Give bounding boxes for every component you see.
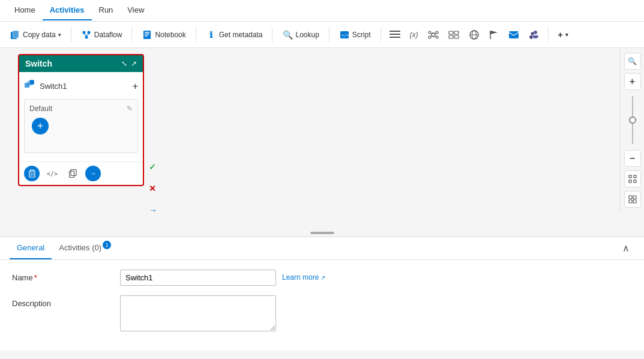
- divider-bar: [310, 232, 334, 234]
- nav-item-view[interactable]: View: [120, 1, 151, 20]
- x-indicator: ✕: [149, 184, 157, 193]
- switch-add-button[interactable]: +: [133, 81, 138, 92]
- nav-item-run[interactable]: Run: [92, 1, 121, 20]
- svg-rect-8: [145, 32, 149, 33]
- name-row: Name* Learn more ↗: [12, 270, 632, 286]
- svg-point-4: [85, 35, 88, 38]
- tab-activities-badge: 1: [103, 241, 111, 249]
- globe-icon-button[interactable]: [465, 27, 483, 43]
- collapse-panel-button[interactable]: ∧: [618, 240, 634, 256]
- outlook-icon-button[interactable]: [505, 27, 523, 43]
- lines-icon-button[interactable]: [386, 28, 404, 41]
- copy-button[interactable]: [65, 166, 80, 181]
- get-metadata-label: Get metadata: [219, 31, 263, 39]
- svg-rect-46: [633, 200, 636, 203]
- script-icon: </>: [339, 29, 350, 40]
- svg-point-20: [436, 36, 438, 38]
- svg-rect-45: [629, 200, 632, 203]
- svg-rect-14: [390, 34, 400, 35]
- svg-rect-23: [449, 35, 453, 38]
- svg-line-5: [84, 34, 86, 35]
- learn-more-link[interactable]: Learn more ↗: [282, 270, 325, 282]
- svg-point-18: [436, 31, 438, 34]
- resize-divider[interactable]: [0, 229, 644, 237]
- svg-point-2: [82, 31, 85, 34]
- toolbar-sep-7: [548, 28, 549, 42]
- tab-activities-label: Activities (0): [59, 243, 101, 252]
- svg-rect-9: [145, 34, 149, 35]
- side-controls: 🔍 + −: [620, 48, 644, 213]
- switch-expand-icon[interactable]: ↗: [131, 59, 137, 68]
- canvas-more-button[interactable]: [624, 191, 641, 208]
- plus-icon: +: [558, 30, 563, 40]
- expression-icon-button[interactable]: (x): [406, 28, 422, 41]
- variables-icon-button[interactable]: [424, 28, 442, 42]
- form-content: Name* Learn more ↗ Description: [0, 260, 644, 351]
- teams-icon-button[interactable]: [525, 27, 543, 43]
- switch-row-label: Switch1: [40, 82, 67, 91]
- switch-minimize-icon[interactable]: ⤡: [121, 59, 127, 68]
- canvas-fit-button[interactable]: [624, 170, 641, 187]
- case-label-text: Default: [29, 104, 52, 113]
- script-button[interactable]: </> Script: [334, 27, 376, 43]
- zoom-slider-thumb[interactable]: [629, 116, 636, 124]
- svg-line-6: [86, 34, 89, 35]
- params-icon-button[interactable]: [445, 28, 463, 41]
- tab-general[interactable]: General: [10, 237, 52, 259]
- lookup-button[interactable]: 🔍 Lookup: [277, 27, 324, 43]
- dataflow-icon: [81, 29, 92, 40]
- notebook-button[interactable]: Notebook: [137, 27, 190, 43]
- required-star: *: [34, 273, 37, 282]
- switch-title: Switch: [25, 59, 52, 68]
- switch-footer: </> →: [19, 161, 143, 185]
- nav-item-activities[interactable]: Activities: [43, 1, 92, 20]
- switch-card-header: Switch ⤡ ↗: [19, 55, 143, 72]
- more-button[interactable]: + ▾: [553, 28, 573, 42]
- get-metadata-button[interactable]: ℹ Get metadata: [201, 27, 268, 43]
- svg-rect-13: [390, 31, 400, 32]
- canvas-area: Switch ⤡ ↗ Switch1 +: [0, 48, 644, 229]
- code-button[interactable]: </>: [44, 166, 60, 181]
- canvas-zoom-out-button[interactable]: −: [624, 150, 641, 167]
- go-button[interactable]: →: [85, 166, 101, 181]
- toolbar-sep-4: [272, 28, 272, 42]
- canvas-search-button[interactable]: 🔍: [624, 53, 641, 70]
- svg-rect-43: [629, 196, 632, 199]
- lookup-label: Lookup: [295, 31, 319, 39]
- zoom-slider[interactable]: [632, 96, 633, 144]
- nav-item-home[interactable]: Home: [7, 1, 43, 20]
- copy-data-label: Copy data: [23, 31, 56, 39]
- flag-icon-button[interactable]: [486, 27, 502, 43]
- tab-activities[interactable]: Activities (0) 1: [52, 237, 109, 259]
- svg-rect-41: [629, 180, 631, 183]
- toolbar: Copy data ▾ Dataflow Notebook ℹ Get meta…: [0, 22, 644, 48]
- toolbar-sep-6: [381, 28, 381, 42]
- svg-rect-39: [629, 175, 631, 178]
- dataflow-button[interactable]: Dataflow: [76, 27, 127, 43]
- switch-header-icons: ⤡ ↗: [121, 59, 137, 68]
- copy-data-button[interactable]: Copy data ▾: [5, 27, 66, 43]
- delete-button[interactable]: [24, 166, 40, 181]
- svg-rect-38: [71, 170, 76, 176]
- svg-point-19: [429, 36, 431, 38]
- add-case-button[interactable]: +: [32, 118, 49, 134]
- svg-point-17: [429, 31, 431, 34]
- switch-card: Switch ⤡ ↗ Switch1 +: [18, 54, 144, 186]
- canvas-zoom-in-button[interactable]: +: [624, 73, 641, 90]
- toolbar-sep-1: [71, 28, 71, 42]
- canvas[interactable]: Switch ⤡ ↗ Switch1 +: [0, 48, 620, 229]
- svg-rect-21: [449, 31, 453, 34]
- toolbar-sep-3: [196, 28, 196, 42]
- pencil-icon[interactable]: ✎: [127, 104, 133, 113]
- svg-point-30: [534, 31, 537, 34]
- svg-rect-1: [13, 31, 19, 38]
- description-input[interactable]: [120, 295, 276, 331]
- name-input[interactable]: [120, 270, 276, 286]
- bottom-tabs: General Activities (0) 1 ∧: [0, 237, 644, 260]
- toolbar-sep-2: [131, 28, 132, 42]
- description-row: Description: [12, 295, 632, 331]
- svg-rect-44: [633, 196, 636, 199]
- switch-body: Switch1 + Default ✎ +: [19, 72, 143, 161]
- top-nav: Home Activities Run View: [0, 0, 644, 22]
- svg-point-3: [87, 31, 90, 34]
